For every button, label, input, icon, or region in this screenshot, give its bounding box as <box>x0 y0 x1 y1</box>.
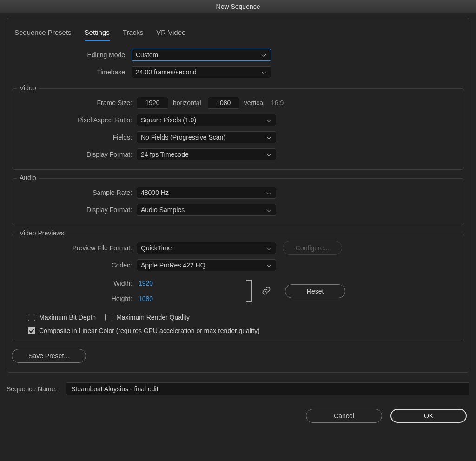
sample-rate-label: Sample Rate: <box>17 189 137 196</box>
horizontal-label: horizontal <box>173 99 201 107</box>
timebase-value: 24.00 frames/second <box>136 68 197 76</box>
sequence-name-value: Steamboat Aloysius - final edit <box>71 385 159 393</box>
checkbox-icon <box>28 314 35 321</box>
composite-linear-checkbox[interactable]: Composite in Linear Color (requires GPU … <box>28 327 260 334</box>
max-render-quality-checkbox[interactable]: Maximum Render Quality <box>105 314 190 321</box>
link-bracket-icon <box>246 280 252 302</box>
cancel-button[interactable]: Cancel <box>306 409 382 423</box>
timebase-label: Timebase: <box>12 68 132 76</box>
vertical-label: vertical <box>244 99 264 107</box>
frame-width-value: 1920 <box>145 99 159 107</box>
fields-dropdown[interactable]: No Fields (Progressive Scan) <box>137 131 276 143</box>
sequence-name-label: Sequence Name: <box>7 385 66 393</box>
video-display-format-value: 24 fps Timecode <box>141 151 189 158</box>
video-previews-group: Video Previews Preview File Format: Quic… <box>12 234 464 341</box>
codec-value: Apple ProRes 422 HQ <box>141 261 205 269</box>
tab-tracks[interactable]: Tracks <box>123 27 143 41</box>
frame-height-value: 1080 <box>216 99 231 107</box>
timebase-dropdown[interactable]: 24.00 frames/second <box>132 66 271 78</box>
checkbox-checked-icon <box>28 327 35 334</box>
preview-file-format-label: Preview File Format: <box>17 244 137 252</box>
tab-sequence-presets[interactable]: Sequence Presets <box>14 27 72 41</box>
par-value: Square Pixels (1.0) <box>141 116 196 124</box>
frame-height-field[interactable]: 1080 <box>208 97 239 109</box>
video-group: Video Frame Size: 1920 horizontal 1080 v… <box>12 88 464 170</box>
codec-label: Codec: <box>17 261 137 269</box>
chevron-down-icon <box>262 53 267 57</box>
audio-display-format-dropdown[interactable]: Audio Samples <box>137 204 276 216</box>
audio-display-format-label: Display Format: <box>17 206 137 214</box>
max-render-quality-label: Maximum Render Quality <box>116 314 190 321</box>
max-bit-depth-checkbox[interactable]: Maximum Bit Depth <box>28 314 96 321</box>
editing-mode-value: Custom <box>136 51 158 59</box>
audio-legend: Audio <box>17 174 39 181</box>
sample-rate-dropdown[interactable]: 48000 Hz <box>137 187 276 199</box>
preview-width-label: Width: <box>17 280 137 287</box>
link-icon[interactable] <box>262 286 272 296</box>
par-dropdown[interactable]: Square Pixels (1.0) <box>137 114 276 126</box>
save-preset-button[interactable]: Save Preset... <box>12 349 86 363</box>
composite-linear-label: Composite in Linear Color (requires GPU … <box>39 327 260 334</box>
chevron-down-icon <box>267 246 272 250</box>
ok-button[interactable]: OK <box>390 409 467 423</box>
window-titlebar: New Sequence <box>0 0 476 13</box>
audio-group: Audio Sample Rate: 48000 Hz Display Form… <box>12 178 464 225</box>
tab-vr-video[interactable]: VR Video <box>156 27 185 41</box>
tab-settings[interactable]: Settings <box>85 27 110 41</box>
outer-panel: Sequence Presets Settings Tracks VR Vide… <box>7 18 469 373</box>
fields-label: Fields: <box>17 134 137 141</box>
audio-display-format-value: Audio Samples <box>141 206 185 214</box>
codec-dropdown[interactable]: Apple ProRes 422 HQ <box>137 259 276 271</box>
chevron-down-icon <box>267 190 272 195</box>
window-title: New Sequence <box>216 3 260 10</box>
chevron-down-icon <box>267 135 272 140</box>
dialog-footer: Cancel OK <box>7 409 469 423</box>
tab-bar: Sequence Presets Settings Tracks VR Vide… <box>12 18 464 46</box>
chevron-down-icon <box>262 70 267 74</box>
sequence-name-input[interactable]: Steamboat Aloysius - final edit <box>66 382 469 395</box>
video-legend: Video <box>17 84 39 92</box>
preview-width-value[interactable]: 1920 <box>139 280 153 287</box>
chevron-down-icon <box>267 263 272 267</box>
reset-button[interactable]: Reset <box>285 284 345 298</box>
configure-button: Configure... <box>283 241 342 255</box>
video-display-format-label: Display Format: <box>17 151 137 158</box>
dialog-content: Sequence Presets Settings Tracks VR Vide… <box>0 13 476 461</box>
video-display-format-dropdown[interactable]: 24 fps Timecode <box>137 148 276 160</box>
fields-value: No Fields (Progressive Scan) <box>141 134 225 141</box>
checkbox-icon <box>105 314 112 321</box>
preview-height-label: Height: <box>17 295 137 302</box>
preview-height-value[interactable]: 1080 <box>139 295 153 302</box>
max-bit-depth-label: Maximum Bit Depth <box>39 314 96 321</box>
chevron-down-icon <box>267 152 272 157</box>
frame-size-label: Frame Size: <box>17 99 137 107</box>
chevron-down-icon <box>267 207 272 212</box>
editing-mode-dropdown[interactable]: Custom <box>132 49 271 61</box>
preview-file-format-value: QuickTime <box>141 244 172 252</box>
frame-width-field[interactable]: 1920 <box>137 97 168 109</box>
chevron-down-icon <box>267 118 272 122</box>
par-label: Pixel Aspect Ratio: <box>17 116 137 124</box>
preview-file-format-dropdown[interactable]: QuickTime <box>137 242 276 254</box>
video-previews-legend: Video Previews <box>17 229 67 237</box>
sample-rate-value: 48000 Hz <box>141 189 169 196</box>
editing-mode-label: Editing Mode: <box>12 51 132 59</box>
aspect-ratio-label: 16:9 <box>271 99 284 107</box>
